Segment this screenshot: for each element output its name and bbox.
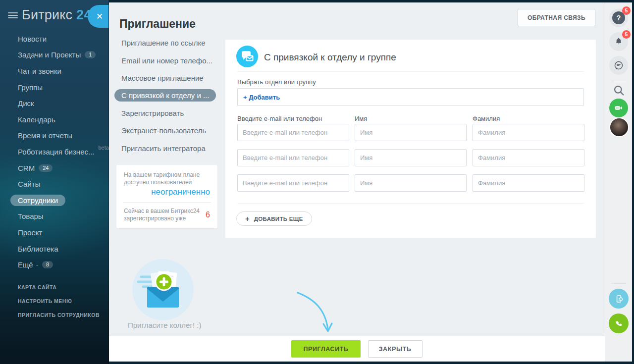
action-bar: ПРИГЛАСИТЬ ЗАКРЫТЬ	[109, 336, 605, 362]
form-divider	[237, 203, 584, 204]
sidebar-item-calendar[interactable]: Календарь	[18, 111, 104, 128]
close-icon: ✕	[96, 11, 103, 22]
surname-column-label: Фамилия	[473, 115, 500, 122]
more-chevron: -	[36, 261, 38, 268]
registered-users-text: Сейчас в вашем Битрикс24 зарегистрирован…	[124, 208, 202, 222]
department-add-field[interactable]: + Добавить	[237, 88, 584, 106]
telephony-button[interactable]	[609, 313, 629, 333]
tasks-badge: 1	[85, 51, 96, 58]
name-input-row3[interactable]	[355, 174, 467, 192]
submenu-register[interactable]: Зарегистрировать	[121, 104, 220, 122]
sidebar-item-project[interactable]: Проект	[18, 224, 104, 241]
submenu-invite-link[interactable]: Приглашение по ссылке	[121, 34, 220, 52]
beta-tag: beta	[99, 145, 109, 151]
selected-item-pill: Сотрудники	[10, 195, 65, 206]
bitrix24-logo[interactable]: Битрикс 24	[22, 7, 91, 23]
user-avatar[interactable]	[610, 118, 628, 136]
surname-input-row3[interactable]	[473, 174, 584, 192]
hint-arrow	[295, 289, 339, 334]
sidebar-item-products[interactable]: Товары	[18, 208, 104, 225]
video-call-button[interactable]	[609, 99, 628, 117]
surname-input-row1[interactable]	[473, 124, 584, 141]
bell-icon	[614, 37, 624, 47]
plan-limit-value: неограниченно	[124, 187, 210, 197]
selected-submenu-pill: С привязкой к отделу и ...	[114, 89, 216, 102]
sidebar-collapse-button[interactable]: ✕	[88, 5, 108, 28]
messenger-button[interactable]	[609, 56, 628, 75]
submenu-invite-integrator[interactable]: Пригласить интегратора	[121, 139, 220, 156]
hamburger-menu-icon[interactable]	[8, 12, 18, 19]
chat-icon	[613, 60, 624, 71]
sidebar-item-chat[interactable]: Чат и звонки	[18, 63, 104, 79]
invite-submenu: Приглашение по ссылке Email или номер те…	[121, 34, 220, 157]
invite-message-icon	[236, 46, 258, 67]
registered-users-count: 6	[206, 210, 210, 219]
add-department-link[interactable]: + Добавить	[243, 94, 280, 101]
help-button[interactable]: ? 5	[609, 8, 628, 27]
sidebar-item-sites[interactable]: Сайты	[18, 176, 104, 192]
plan-card-divider	[123, 202, 211, 203]
main-content: Приглашение ОБРАТНАЯ СВЯЗЬ Приглашение п…	[109, 2, 605, 362]
help-badge: 5	[622, 6, 631, 15]
page-title: Приглашение	[119, 17, 196, 31]
submenu-extranet-user[interactable]: Экстранет-пользователь	[121, 122, 220, 139]
submenu-mass-invite[interactable]: Массовое приглашение	[121, 69, 220, 87]
plus-icon: +	[245, 214, 250, 223]
sidebar-item-more[interactable]: Ещё-8	[18, 257, 104, 273]
feedback-button[interactable]: ОБРАТНАЯ СВЯЗЬ	[518, 9, 595, 26]
close-button[interactable]: ЗАКРЫТЬ	[368, 340, 423, 358]
submenu-email-phone[interactable]: Email или номер телефо...	[121, 52, 220, 69]
name-input-row2[interactable]	[355, 149, 467, 166]
sidebar-item-time-reports[interactable]: Время и отчеты	[18, 128, 104, 144]
rail-divider	[611, 283, 626, 284]
sidebar-item-library[interactable]: Библиотека	[18, 241, 104, 257]
sidebar-item-news[interactable]: Новости	[18, 31, 104, 47]
sidebar-footer: КАРТА САЙТА НАСТРОИТЬ МЕНЮ ПРИГЛАСИТЬ СО…	[18, 280, 100, 322]
video-camera-icon	[614, 103, 624, 113]
email-input-row2[interactable]	[237, 149, 349, 166]
sidebar-item-crm[interactable]: CRM24	[18, 160, 104, 176]
email-column-label: Введите e-mail или телефон	[237, 115, 322, 122]
email-input-row1[interactable]	[237, 124, 349, 141]
sidebar-item-groups[interactable]: Группы	[18, 79, 104, 96]
more-badge: 8	[42, 261, 53, 268]
sidebar-menu: Новости Задачи и Проекты1 Чат и звонки Г…	[18, 31, 104, 273]
mobile-cloud-icon	[614, 294, 624, 304]
search-icon[interactable]	[612, 84, 626, 97]
invite-form-card: С привязкой к отделу и группе Выбрать от…	[225, 40, 596, 238]
crm-badge: 24	[39, 164, 53, 172]
form-title: С привязкой к отделу и группе	[264, 52, 396, 63]
logo-brand: Битрикс	[22, 7, 72, 22]
rail-divider	[611, 81, 626, 81]
add-more-button[interactable]: + ДОБАВИТЬ ЕЩЕ	[236, 211, 312, 226]
plan-info-card: На вашем тарифном плане доступно пользов…	[116, 165, 217, 228]
notifications-badge: 5	[622, 30, 631, 39]
sidebar-item-rpa[interactable]: Роботизация бизнес...beta	[18, 144, 104, 160]
name-input-row1[interactable]	[355, 124, 467, 141]
app-window: Битрикс 24 ✕ Новости Задачи и Проекты1 Ч…	[0, 0, 634, 364]
sitemap-link[interactable]: КАРТА САЙТА	[18, 280, 100, 294]
phone-icon	[614, 318, 624, 328]
right-toolbar: ? 5 5	[605, 2, 632, 362]
submenu-department-group[interactable]: С привязкой к отделу и ...	[121, 87, 220, 104]
sidebar-item-tasks[interactable]: Задачи и Проекты1	[18, 47, 104, 63]
invite-caption: Пригласите коллег! :)	[128, 321, 201, 329]
email-input-row3[interactable]	[237, 174, 349, 192]
select-department-label: Выбрать отдел или группу	[237, 78, 316, 86]
surname-input-row2[interactable]	[473, 149, 584, 166]
name-column-label: Имя	[355, 115, 367, 122]
mobile-app-button[interactable]	[609, 289, 629, 309]
sidebar-item-employees[interactable]: Сотрудники	[18, 192, 104, 208]
invite-envelope-illustration	[132, 259, 194, 320]
invite-button[interactable]: ПРИГЛАСИТЬ	[291, 340, 360, 358]
form-divider	[237, 71, 584, 72]
sidebar-item-disk[interactable]: Диск	[18, 95, 104, 111]
notifications-button[interactable]: 5	[609, 32, 628, 51]
configure-menu-link[interactable]: НАСТРОИТЬ МЕНЮ	[18, 294, 100, 308]
invite-employees-link[interactable]: ПРИГЛАСИТЬ СОТРУДНИКОВ	[18, 308, 100, 322]
plan-limit-text: На вашем тарифном плане доступно пользов…	[124, 171, 210, 186]
sidebar: Битрикс 24 ✕ Новости Задачи и Проекты1 Ч…	[0, 0, 109, 364]
